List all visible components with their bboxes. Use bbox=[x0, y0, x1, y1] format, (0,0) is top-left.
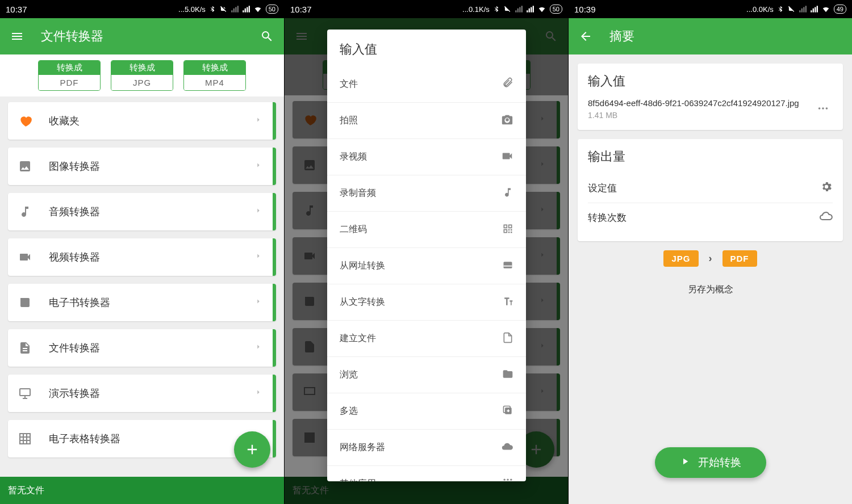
quick-convert-mp4[interactable]: 转换成 MP4 bbox=[183, 60, 246, 91]
dialog-list: 文件 拍照 录视频 录制音频 二维码 从网址转换 从文字转换 建立文件 浏览 多… bbox=[327, 66, 526, 481]
list-item-ebook[interactable]: 电子书转换器 bbox=[8, 284, 276, 321]
search-icon[interactable] bbox=[259, 28, 275, 44]
format-to[interactable]: PDF bbox=[722, 250, 757, 267]
output-section: 输出量 设定值 转换次数 bbox=[578, 139, 843, 241]
status-speed: ...5.0K/s bbox=[178, 5, 206, 14]
bottom-bar: 暂无文件 bbox=[0, 477, 284, 504]
file-icon bbox=[502, 332, 513, 346]
app-bar: 摘要 bbox=[569, 18, 852, 54]
chevron-right-icon bbox=[254, 297, 262, 308]
cloud-outline-icon bbox=[819, 209, 833, 226]
quick-convert-row: 转换成 PDF 转换成 JPG 转换成 MP4 bbox=[0, 54, 284, 96]
status-time: 10:37 bbox=[290, 5, 312, 14]
settings-row[interactable]: 设定值 bbox=[588, 173, 833, 203]
dialog-item-browse[interactable]: 浏览 bbox=[327, 356, 526, 393]
screen-summary: 10:39 ...0.0K/s 49 摘要 输入值 8f5d6494-eeff-… bbox=[568, 0, 852, 504]
back-icon[interactable] bbox=[578, 28, 594, 44]
mute-icon bbox=[787, 5, 795, 13]
folder-icon bbox=[502, 368, 513, 382]
chevron-right-icon bbox=[254, 161, 262, 171]
battery-icon: 50 bbox=[266, 5, 278, 14]
input-section: 输入值 8f5d6494-eeff-48d6-9f21-0639247c2cf4… bbox=[578, 64, 843, 130]
list-item-document[interactable]: 文件转换器 bbox=[8, 329, 276, 367]
app-bar: 文件转换器 bbox=[0, 18, 284, 54]
fab-add[interactable] bbox=[234, 431, 270, 468]
svg-point-18 bbox=[826, 107, 828, 110]
list-item-presentation[interactable]: 演示转换器 bbox=[8, 375, 276, 412]
screen-dialog: 10:37 ...0.1K/s 50 文件转换器 暂无文 bbox=[284, 0, 568, 504]
music-icon bbox=[502, 187, 513, 200]
play-icon bbox=[680, 456, 690, 469]
list-item-image[interactable]: 图像转换器 bbox=[8, 148, 276, 185]
quick-convert-pdf[interactable]: 转换成 PDF bbox=[38, 60, 101, 91]
status-speed: ...0.0K/s bbox=[746, 5, 774, 14]
dialog-item-audio[interactable]: 录制音频 bbox=[327, 175, 526, 211]
signal1-icon bbox=[231, 5, 239, 13]
list-item-video[interactable]: 视频转换器 bbox=[8, 238, 276, 276]
chevron-right-icon bbox=[254, 388, 262, 398]
start-convert-button[interactable]: 开始转换 bbox=[655, 447, 766, 478]
dialog-item-cloud[interactable]: 网络服务器 bbox=[327, 429, 526, 465]
screen-main: 10:37 ...5.0K/s 50 文件转换器 转换成 PDF 转换成 JPG bbox=[0, 0, 284, 504]
heart-icon bbox=[18, 114, 41, 128]
quick-convert-jpg[interactable]: 转换成 JPG bbox=[111, 60, 173, 91]
status-speed: ...0.1K/s bbox=[462, 5, 490, 14]
wifi-icon bbox=[253, 5, 262, 13]
battery-icon: 49 bbox=[834, 5, 846, 14]
web-icon bbox=[502, 259, 513, 273]
status-time: 10:39 bbox=[574, 5, 596, 14]
image-icon bbox=[18, 159, 41, 173]
dialog-item-newfile[interactable]: 建立文件 bbox=[327, 320, 526, 356]
dialog-item-url[interactable]: 从网址转换 bbox=[327, 247, 526, 284]
wifi-icon bbox=[821, 5, 830, 13]
dialog-item-camera[interactable]: 拍照 bbox=[327, 102, 526, 138]
attachment-icon bbox=[502, 77, 513, 91]
list-item-favorites[interactable]: 收藏夹 bbox=[8, 102, 276, 140]
svg-rect-4 bbox=[503, 265, 512, 266]
text-icon bbox=[502, 296, 513, 309]
file-size: 1.41 MB bbox=[588, 110, 807, 121]
format-from[interactable]: JPG bbox=[663, 250, 698, 267]
file-info: 8f5d6494-eeff-48d6-9f21-0639247c2cf41924… bbox=[588, 98, 807, 121]
dialog-item-apps[interactable]: 其他应用 bbox=[327, 465, 526, 481]
output-section-title: 输出量 bbox=[588, 148, 833, 165]
dialog-item-multi[interactable]: 多选 bbox=[327, 393, 526, 429]
signal2-icon bbox=[526, 5, 534, 13]
videocam-icon bbox=[18, 250, 41, 264]
dialog-item-video[interactable]: 录视频 bbox=[327, 138, 526, 175]
dialog-title: 输入值 bbox=[327, 30, 526, 66]
input-section-title: 输入值 bbox=[588, 73, 833, 90]
list-item-label: 图像转换器 bbox=[49, 159, 254, 173]
save-as-concept[interactable]: 另存为概念 bbox=[578, 284, 843, 296]
format-row: JPG › PDF bbox=[578, 250, 843, 267]
svg-point-16 bbox=[818, 107, 821, 110]
chevron-right-icon bbox=[254, 116, 262, 126]
dialog-item-file[interactable]: 文件 bbox=[327, 66, 526, 102]
signal1-icon bbox=[515, 5, 523, 13]
list-item-label: 演示转换器 bbox=[49, 387, 254, 400]
list-item-audio[interactable]: 音频转换器 bbox=[8, 193, 276, 230]
more-icon[interactable] bbox=[813, 99, 833, 120]
document-icon bbox=[18, 341, 41, 355]
signal2-icon bbox=[810, 5, 818, 13]
menu-icon[interactable] bbox=[9, 28, 25, 44]
cloud-icon bbox=[501, 440, 513, 455]
count-row[interactable]: 转换次数 bbox=[588, 203, 833, 232]
dialog-item-text[interactable]: 从文字转换 bbox=[327, 284, 526, 320]
summary-body: 输入值 8f5d6494-eeff-48d6-9f21-0639247c2cf4… bbox=[569, 54, 852, 305]
list-item-label: 电子表格转换器 bbox=[49, 432, 254, 446]
apps-icon bbox=[502, 477, 513, 482]
svg-rect-3 bbox=[503, 262, 512, 268]
app-title: 文件转换器 bbox=[41, 28, 243, 45]
dialog-item-qrcode[interactable]: 二维码 bbox=[327, 211, 526, 247]
svg-point-7 bbox=[503, 478, 505, 480]
input-dialog: 输入值 文件 拍照 录视频 录制音频 二维码 从网址转换 从文字转换 建立文件 … bbox=[327, 30, 526, 481]
status-right: ...0.1K/s 50 bbox=[462, 5, 562, 14]
status-bar: 10:37 ...0.1K/s 50 bbox=[285, 0, 568, 18]
quick-format: PDF bbox=[39, 75, 100, 90]
mute-icon bbox=[503, 5, 511, 13]
signal1-icon bbox=[799, 5, 807, 13]
dialog-scrim[interactable]: 输入值 文件 拍照 录视频 录制音频 二维码 从网址转换 从文字转换 建立文件 … bbox=[285, 18, 568, 504]
quick-convert-label: 转换成 bbox=[111, 61, 173, 75]
status-bar: 10:39 ...0.0K/s 49 bbox=[569, 0, 852, 18]
